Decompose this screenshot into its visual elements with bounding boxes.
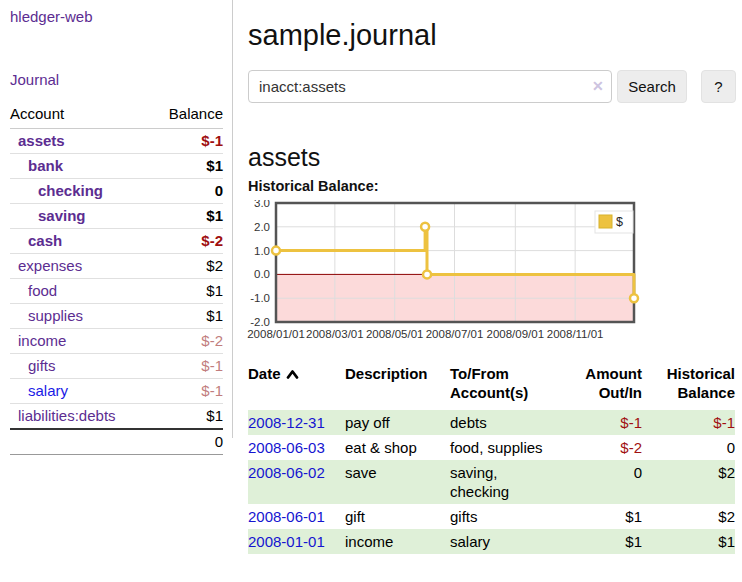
transaction-amount: 0 [556, 460, 642, 504]
transaction-amount: $-1 [556, 410, 642, 435]
search-input[interactable] [248, 70, 612, 103]
help-button[interactable]: ? [701, 70, 736, 103]
account-link-checking[interactable]: checking [38, 182, 103, 199]
account-row: food$1 [10, 279, 223, 304]
transaction-balance: $2 [642, 504, 735, 529]
svg-text:2008/07/01: 2008/07/01 [426, 328, 484, 340]
account-balance: $1 [151, 279, 223, 304]
account-row: income$-2 [10, 329, 223, 354]
account-heading: assets [248, 143, 320, 172]
svg-text:2008/11/01: 2008/11/01 [547, 328, 604, 340]
transaction-date-link[interactable]: 2008-06-03 [248, 439, 325, 456]
account-link-liabilities-debts[interactable]: liabilities:debts [18, 407, 116, 424]
account-link-expenses[interactable]: expenses [18, 257, 82, 274]
account-row: checking0 [10, 179, 223, 204]
account-row: liabilities:debts$1 [10, 404, 223, 430]
account-row: cash$-2 [10, 229, 223, 254]
account-link-salary[interactable]: salary [28, 382, 68, 399]
svg-text:$: $ [616, 215, 623, 229]
svg-text:1.0: 1.0 [254, 245, 270, 257]
transaction-description: income [345, 529, 450, 554]
sidebar: hledger-web Journal Account Balance asse… [0, 0, 233, 438]
transaction-amount: $1 [556, 529, 642, 554]
account-row: bank$1 [10, 154, 223, 179]
transaction-description: eat & shop [345, 435, 450, 460]
transaction-date: 2008-06-01 [248, 504, 345, 529]
account-link-supplies[interactable]: supplies [28, 307, 83, 324]
account-balance: $-2 [151, 229, 223, 254]
svg-text:0.0: 0.0 [254, 268, 270, 280]
account-row: assets$-1 [10, 129, 223, 154]
clear-search-icon[interactable]: ✕ [592, 78, 604, 94]
column-header-amount: Amount Out/In [556, 362, 642, 410]
transaction-amount: $-2 [556, 435, 642, 460]
transaction-accounts: gifts [450, 504, 556, 529]
svg-text:2008/09/01: 2008/09/01 [487, 328, 545, 340]
transaction-date: 2008-01-01 [248, 529, 345, 554]
transaction-date-link[interactable]: 2008-06-01 [248, 508, 325, 525]
account-link-assets[interactable]: assets [18, 132, 65, 149]
transaction-row: 2008-06-01giftgifts$1$2 [248, 504, 735, 529]
app-brand-link[interactable]: hledger-web [10, 8, 93, 25]
account-row: supplies$1 [10, 304, 223, 329]
register-table: Date Description To/From Account(s) Amou… [248, 362, 735, 554]
svg-text:2008/03/01: 2008/03/01 [306, 328, 364, 340]
transaction-balance: 0 [642, 435, 735, 460]
accounts-header-account: Account [10, 103, 151, 129]
sidebar-item-journal[interactable]: Journal [10, 71, 59, 88]
transaction-balance: $-1 [642, 410, 735, 435]
svg-text:2008/05/01: 2008/05/01 [366, 328, 424, 340]
transaction-row: 2008-01-01incomesalary$1$1 [248, 529, 735, 554]
transaction-date-link[interactable]: 2008-12-31 [248, 414, 325, 431]
transaction-date-link[interactable]: 2008-01-01 [248, 533, 325, 550]
register-header-row: Date Description To/From Account(s) Amou… [248, 362, 735, 410]
transaction-date-link[interactable]: 2008-06-02 [248, 464, 325, 481]
search-button[interactable]: Search [617, 70, 687, 103]
transaction-row: 2008-06-02savesaving, checking0$2 [248, 460, 735, 504]
transaction-date: 2008-06-03 [248, 435, 345, 460]
svg-text:2.0: 2.0 [254, 221, 270, 233]
transaction-accounts: debts [450, 410, 556, 435]
account-balance: $1 [151, 404, 223, 430]
transaction-date: 2008-06-02 [248, 460, 345, 504]
account-balance: $-1 [151, 129, 223, 154]
transaction-description: save [345, 460, 450, 504]
chart-title: Historical Balance: [248, 178, 379, 194]
account-link-saving[interactable]: saving [38, 207, 86, 224]
accounts-total-balance: 0 [151, 429, 223, 455]
account-balance: $1 [151, 154, 223, 179]
account-link-food[interactable]: food [28, 282, 57, 299]
transaction-accounts: saving, checking [450, 460, 556, 504]
accounts-header-row: Account Balance [10, 103, 223, 129]
column-header-balance: Historical Balance [642, 362, 735, 410]
accounts-header-balance: Balance [151, 103, 223, 129]
account-row: gifts$-1 [10, 354, 223, 379]
account-balance: $-2 [151, 329, 223, 354]
accounts-total-row: 0 [10, 429, 223, 455]
transaction-balance: $2 [642, 460, 735, 504]
transaction-description: gift [345, 504, 450, 529]
column-header-description: Description [345, 362, 450, 410]
column-header-date[interactable]: Date [248, 362, 345, 410]
svg-text:-1.0: -1.0 [250, 292, 270, 304]
account-link-cash[interactable]: cash [28, 232, 62, 249]
account-link-gifts[interactable]: gifts [28, 357, 56, 374]
transaction-balance: $1 [642, 529, 735, 554]
sort-ascending-icon [286, 365, 299, 384]
transaction-accounts: food, supplies [450, 435, 556, 460]
account-balance: $1 [151, 304, 223, 329]
transaction-accounts: salary [450, 529, 556, 554]
transaction-amount: $1 [556, 504, 642, 529]
historical-balance-chart: 2008/01/012008/03/012008/05/012008/07/01… [240, 200, 702, 350]
account-balance: 0 [151, 179, 223, 204]
transaction-row: 2008-12-31pay offdebts$-1$-1 [248, 410, 735, 435]
svg-text:-2.0: -2.0 [250, 316, 270, 328]
account-row: expenses$2 [10, 254, 223, 279]
column-header-accounts: To/From Account(s) [450, 362, 556, 410]
account-row: saving$1 [10, 204, 223, 229]
svg-text:2008/01/01: 2008/01/01 [247, 328, 305, 340]
accounts-table: Account Balance assets$-1bank$1checking0… [10, 103, 223, 455]
account-link-bank[interactable]: bank [28, 157, 63, 174]
account-link-income[interactable]: income [18, 332, 66, 349]
account-balance: $-1 [151, 354, 223, 379]
